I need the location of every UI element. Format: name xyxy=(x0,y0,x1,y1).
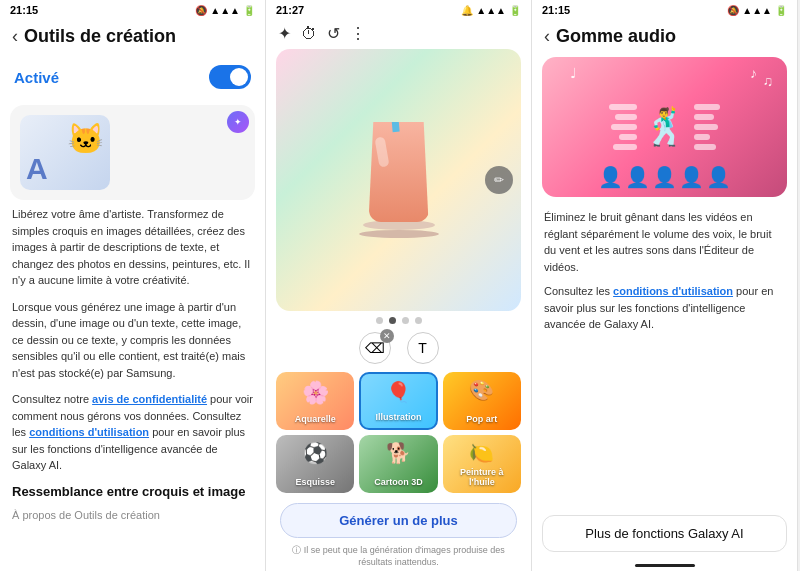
bottom-nav-bar xyxy=(635,564,695,567)
refresh-icon[interactable]: ↺ xyxy=(327,24,340,43)
generated-image-area: ✏ xyxy=(276,49,521,311)
active-toggle[interactable] xyxy=(209,65,251,89)
hero-content: 🕺 ♪ ♫ ♩ 👤 👤 👤 👤 👤 xyxy=(542,57,787,197)
music-note-1: ♪ xyxy=(750,65,757,81)
back-button-1[interactable]: ‹ xyxy=(12,26,18,47)
more-icon[interactable]: ⋮ xyxy=(350,24,366,43)
cup-body xyxy=(369,122,429,222)
status-icons-3: 🔕 ▲▲▲ 🔋 xyxy=(727,5,787,16)
dancer-figure: 🕺 xyxy=(643,106,688,148)
audience: 👤 👤 👤 👤 👤 xyxy=(598,165,731,189)
style-grid: Aquarelle Illustration Pop art Esquisse … xyxy=(266,368,531,497)
status-icons-2: 🔔 ▲▲▲ 🔋 xyxy=(461,5,521,16)
panel-audio-eraser: 21:15 🔕 ▲▲▲ 🔋 ‹ Gomme audio 🕺 xyxy=(532,0,798,571)
style-aquarelle[interactable]: Aquarelle xyxy=(276,372,354,430)
privacy-link[interactable]: avis de confidentialité xyxy=(92,393,207,405)
ai-badge: ✦ xyxy=(227,111,249,133)
feature-card: A 🐱 ✦ xyxy=(10,105,255,200)
disclaimer-text: ⓘ Il se peut que la génération d'images … xyxy=(266,542,531,571)
terms-link-1[interactable]: conditions d'utilisation xyxy=(29,426,149,438)
style-popart[interactable]: Pop art xyxy=(443,372,521,430)
sketch-letter: A xyxy=(26,152,48,186)
panel2-header: ✦ ⏱ ↺ ⋮ xyxy=(266,20,531,49)
body-para1: Libérez votre âme d'artiste. Transformez… xyxy=(12,206,253,289)
body-para2: Lorsque vous générez une image à partir … xyxy=(12,299,253,382)
header-icons: ✦ ⏱ ↺ ⋮ xyxy=(278,24,366,43)
pagination-dots xyxy=(266,311,531,328)
panel-creation-tools: 21:15 🔕 ▲▲▲ 🔋 ‹ Outils de création Activ… xyxy=(0,0,266,571)
tool-row: ⌫ ✕ T xyxy=(266,328,531,368)
section-sub: À propos de Outils de création xyxy=(12,509,253,523)
time-2: 21:27 xyxy=(276,4,304,16)
status-bar-2: 21:27 🔔 ▲▲▲ 🔋 xyxy=(266,0,531,20)
panel1-header: ‹ Outils de création xyxy=(0,20,265,55)
panel3-title: Gomme audio xyxy=(556,26,676,47)
dot-1[interactable] xyxy=(376,317,383,324)
style-huile[interactable]: Peinture à l'huile xyxy=(443,435,521,493)
style-cartoon3d[interactable]: Cartoon 3D xyxy=(359,435,437,493)
active-row: Activé xyxy=(0,55,265,99)
section-title: Ressemblance entre croquis et image xyxy=(12,484,253,501)
card-image: A 🐱 xyxy=(20,115,110,190)
style-illustration[interactable]: Illustration xyxy=(359,372,437,430)
time-3: 21:15 xyxy=(542,4,570,16)
status-bar-3: 21:15 🔕 ▲▲▲ 🔋 xyxy=(532,0,797,20)
erase-tool[interactable]: ⌫ ✕ xyxy=(359,332,391,364)
style-esquisse[interactable]: Esquisse xyxy=(276,435,354,493)
sound-wave-left xyxy=(609,104,637,150)
status-bar-1: 21:15 🔕 ▲▲▲ 🔋 xyxy=(0,0,265,20)
cup-plate xyxy=(359,230,439,238)
panel1-title: Outils de création xyxy=(24,26,176,47)
cat-image: 🐱 xyxy=(67,121,104,156)
text-tool[interactable]: T xyxy=(407,332,439,364)
panel3-body: Éliminez le bruit gênant dans les vidéos… xyxy=(532,201,797,509)
body-para2-p3: Consultez les conditions d'utilisation p… xyxy=(544,283,785,333)
music-note-3: ♩ xyxy=(570,65,577,81)
dot-2-active[interactable] xyxy=(389,317,396,324)
cup-straw xyxy=(389,94,399,132)
panel3-header: ‹ Gomme audio xyxy=(532,20,797,53)
generate-button[interactable]: Générer un de plus xyxy=(280,503,517,538)
erase-badge: ✕ xyxy=(380,329,394,343)
back-button-3[interactable]: ‹ xyxy=(544,26,550,47)
hero-image: 🕺 ♪ ♫ ♩ 👤 👤 👤 👤 👤 xyxy=(542,57,787,197)
dot-4[interactable] xyxy=(415,317,422,324)
status-icons-1: 🔕 ▲▲▲ 🔋 xyxy=(195,5,255,16)
ai-star-icon[interactable]: ✦ xyxy=(278,24,291,43)
erase-icon: ⌫ xyxy=(365,340,385,356)
sound-wave-right xyxy=(694,104,720,150)
panel-generate: 21:27 🔔 ▲▲▲ 🔋 ✦ ⏱ ↺ ⋮ ✏ xyxy=(266,0,532,571)
time-1: 21:15 xyxy=(10,4,38,16)
music-note-2: ♫ xyxy=(763,73,774,89)
body-para3: Consultez notre avis de confidentialité … xyxy=(12,391,253,474)
timer-icon[interactable]: ⏱ xyxy=(301,25,317,43)
active-label: Activé xyxy=(14,69,59,86)
more-galaxy-ai-button[interactable]: Plus de fonctions Galaxy AI xyxy=(542,515,787,552)
drink-illustration xyxy=(359,90,439,270)
edit-button[interactable]: ✏ xyxy=(485,166,513,194)
panel1-body: Libérez votre âme d'artiste. Transformez… xyxy=(0,206,265,571)
dot-3[interactable] xyxy=(402,317,409,324)
terms-link-p3[interactable]: conditions d'utilisation xyxy=(613,285,733,297)
text-icon: T xyxy=(418,340,427,356)
body-para1-p3: Éliminez le bruit gênant dans les vidéos… xyxy=(544,209,785,275)
cup-shine xyxy=(374,136,389,167)
